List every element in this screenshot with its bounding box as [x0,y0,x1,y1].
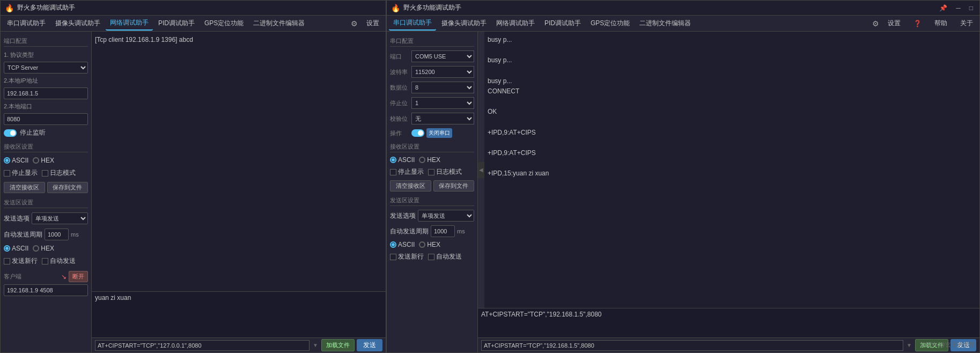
right-port-select[interactable]: COM5 USE [411,50,474,62]
left-window: 🔥 野火多功能调试助手 串口调试助手 摄像头调试助手 网络调试助手 PID调试助… [0,0,386,353]
left-send-textarea[interactable]: yuan zi xuan [92,292,386,337]
left-client-ip[interactable] [4,284,88,296]
right-port-toggle[interactable] [411,129,424,137]
left-ms-label: ms [71,231,79,238]
left-recv-title: 接收区设置 [4,143,88,152]
right-send-options-select[interactable]: 单项发送 [418,210,474,222]
right-parity-select[interactable]: 无 [411,113,474,124]
left-hex-send-circle [33,245,39,252]
left-disconnect-btn[interactable]: 断开 [69,271,88,282]
left-ascii-send-radio[interactable]: ASCII [4,245,28,252]
right-newline-check[interactable]: 发送新行 [390,252,424,261]
right-bottom-input[interactable] [481,340,903,351]
right-collapse-handle[interactable]: ◀ [478,162,484,178]
right-log-mode-check[interactable]: 日志模式 [428,167,462,176]
right-stop-display-check[interactable]: 停止显示 [390,167,424,176]
right-databits-select[interactable]: 8 [411,82,474,93]
right-log-line-ipd2: +IPD,9:AT+CIPS [488,148,976,158]
left-hex-label: HEX [41,157,54,164]
right-auto-period-input[interactable] [431,225,455,237]
left-menu-binary[interactable]: 二进制文件编辑器 [249,17,309,30]
right-ascii-radio[interactable]: ASCII [390,156,415,164]
left-settings-icon[interactable]: ⚙ [351,19,358,28]
left-menu-pid[interactable]: PID调试助手 [154,17,199,30]
right-ascii-send-circle [390,241,396,248]
left-send-encoding-row: ASCII HEX [4,245,88,252]
right-collapse-arrow[interactable]: ▼ [905,342,913,348]
right-ascii-send-label: ASCII [398,241,415,248]
right-log-mode-box [428,169,434,175]
left-ascii-radio[interactable]: ASCII [4,157,28,164]
left-auto-period-input[interactable] [45,229,69,240]
left-protocol-label: 1. 协议类型 [4,51,88,59]
right-settings-label[interactable]: 设置 [883,17,905,30]
right-send-options-row: 发送选项 单项发送 [390,210,474,222]
right-menu-pid[interactable]: PID调试助手 [540,17,585,30]
left-stop-display-check[interactable]: 停止显示 [4,168,38,178]
right-clear-recv-btn[interactable]: 清空接收区 [390,180,431,192]
left-receive-text: [Tcp client 192.168.1.9 1396] abcd [95,35,382,45]
right-menu-binary[interactable]: 二进制文件编辑器 [635,17,695,30]
left-menu-gps[interactable]: GPS定位功能 [200,17,248,30]
left-log-mode-label: 日志模式 [50,168,76,178]
left-menu-serial[interactable]: 串口调试助手 [3,17,50,30]
left-stop-display-label: 停止显示 [12,168,38,178]
right-menu-gps[interactable]: GPS定位功能 [586,17,634,30]
left-send-btn[interactable]: 发送 [357,339,382,351]
right-settings-icon[interactable]: ⚙ [872,19,879,28]
left-clear-recv-btn[interactable]: 清空接收区 [4,182,45,193]
left-collapse-arrow[interactable]: ▼ [312,342,319,348]
left-load-file-btn[interactable]: 加载文件 [321,339,355,351]
left-protocol-select[interactable]: TCP Server [4,62,88,73]
right-menu-network[interactable]: 网络调试助手 [492,17,539,30]
left-save-file-btn[interactable]: 保存到文件 [47,182,89,193]
right-bottom-bar: ▼ 加载文件 发送 [478,337,979,352]
right-menu-camera[interactable]: 摄像头调试助手 [437,17,491,30]
left-port-label: 2.本地端口 [4,102,88,111]
right-maximize-btn[interactable]: □ [967,3,975,13]
right-help-icon[interactable]: ❓ [909,18,926,30]
left-newline-check[interactable]: 发送新行 [4,256,38,266]
right-log-line-3: busy p... [488,76,976,86]
right-baud-select[interactable]: 115200 [411,66,474,78]
right-send-textarea[interactable]: AT+CIPSTART="TCP","192.168.1.5",8080 [478,308,979,337]
left-client-section: 客户端 ↘ 断开 [4,271,88,282]
left-listen-toggle[interactable] [4,129,17,137]
left-auto-send-check[interactable]: 自动发送 [42,256,76,266]
left-menu-camera[interactable]: 摄像头调试助手 [51,17,105,30]
right-about-label[interactable]: 关于 [956,17,977,30]
right-stopbits-select[interactable]: 1 [411,97,474,109]
left-settings-label[interactable]: 设置 [362,17,384,30]
left-log-mode-check[interactable]: 日志模式 [42,168,76,178]
left-bottom-input[interactable] [95,340,310,351]
left-hex-radio[interactable]: HEX [33,157,54,164]
right-hex-send-radio[interactable]: HEX [419,241,440,248]
right-close-port-btn[interactable]: 关闭串口 [426,128,452,138]
left-send-checkboxes: 发送新行 自动发送 [4,256,88,266]
right-recv-encoding-row: ASCII HEX [390,156,474,164]
left-port-input[interactable] [4,113,88,125]
right-menu-bar: 串口调试助手 摄像头调试助手 网络调试助手 PID调试助手 GPS定位功能 二进… [387,16,979,32]
right-log-mode-label: 日志模式 [436,167,462,176]
left-menu-bar: 串口调试助手 摄像头调试助手 网络调试助手 PID调试助手 GPS定位功能 二进… [1,16,386,32]
left-send-options-row: 发送选项 单项发送 [4,212,88,224]
right-auto-send-check[interactable]: 自动发送 [428,252,462,261]
right-stop-display-box [390,169,396,175]
right-menu-serial[interactable]: 串口调试助手 [389,16,436,31]
right-hex-radio[interactable]: HEX [419,156,440,164]
left-send-options-select[interactable]: 单项发送 [32,212,88,224]
right-minimize-btn[interactable]: ─ [954,3,963,13]
right-save-file-btn[interactable]: 保存到文件 [433,180,475,192]
left-ip-input[interactable] [4,87,88,99]
right-log-line-blank6 [488,158,976,168]
left-menu-network[interactable]: 网络调试助手 [106,16,153,31]
right-pin-btn[interactable]: 📌 [937,3,949,13]
right-port-field-row: 端口 COM5 USE [390,50,474,62]
right-recv-title: 接收区设置 [390,143,474,152]
left-hex-send-radio[interactable]: HEX [33,245,54,252]
watermark: CSDN @玄子的世界 [921,341,975,349]
left-send-title: 发送区设置 [4,198,88,208]
right-ascii-send-radio[interactable]: ASCII [390,241,415,248]
right-stopbits-field-row: 停止位 1 [390,97,474,109]
right-help-label[interactable]: 帮助 [930,17,952,30]
